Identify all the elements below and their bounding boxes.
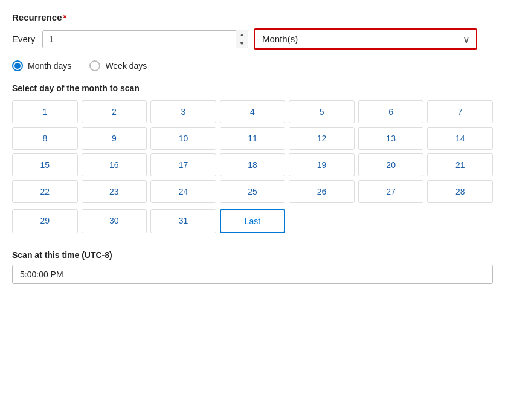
day-cell-24[interactable]: 24 — [150, 180, 216, 203]
scan-time-label: Scan at this time (UTC-8) — [12, 250, 493, 260]
day-cell-last[interactable]: Last — [220, 209, 286, 233]
day-cell-30[interactable]: 30 — [82, 209, 147, 233]
days-grid: 1234567891011121314151617181920212223242… — [12, 100, 493, 203]
period-select-wrapper: Month(s) Day(s) Week(s) Year(s) ∨ — [254, 28, 477, 50]
day-cell-27[interactable]: 27 — [358, 180, 424, 203]
every-label: Every — [12, 34, 36, 44]
day-cell-18[interactable]: 18 — [220, 153, 286, 176]
scan-time-section: Scan at this time (UTC-8) — [12, 250, 493, 284]
day-cell-17[interactable]: 17 — [150, 153, 216, 176]
day-cell-7[interactable]: 7 — [427, 100, 493, 123]
day-cell-31[interactable]: 31 — [150, 209, 216, 233]
day-cell-9[interactable]: 9 — [82, 127, 147, 150]
day-cell-20[interactable]: 20 — [358, 153, 424, 176]
day-cell-1[interactable]: 1 — [12, 100, 78, 123]
day-cell-19[interactable]: 19 — [289, 153, 355, 176]
scan-time-input[interactable] — [12, 265, 493, 284]
day-cell-23[interactable]: 23 — [82, 180, 147, 203]
day-cell-8[interactable]: 8 — [12, 127, 78, 150]
month-days-radio[interactable]: Month days — [12, 60, 71, 71]
week-days-label: Week days — [105, 61, 147, 71]
day-cell-5[interactable]: 5 — [289, 100, 355, 123]
recurrence-section: Recurrence* Every ▲ ▼ Month(s) Day(s) We… — [12, 12, 493, 284]
every-row: Every ▲ ▼ Month(s) Day(s) Week(s) Year(s… — [12, 28, 493, 50]
every-input[interactable] — [42, 30, 248, 48]
month-days-radio-circle — [12, 60, 23, 71]
day-cell-2[interactable]: 2 — [82, 100, 147, 123]
day-cell-11[interactable]: 11 — [220, 127, 286, 150]
day-cell-29[interactable]: 29 — [12, 209, 78, 233]
day-cell-25[interactable]: 25 — [220, 180, 286, 203]
spinner-up-button[interactable]: ▲ — [236, 30, 248, 40]
day-cell-21[interactable]: 21 — [427, 153, 493, 176]
day-cell-28[interactable]: 28 — [427, 180, 493, 203]
spinner-down-icon: ▼ — [239, 40, 245, 47]
last-row: 293031Last — [12, 209, 493, 233]
day-cell-6[interactable]: 6 — [358, 100, 424, 123]
recurrence-title: Recurrence* — [12, 12, 493, 22]
spinner-buttons: ▲ ▼ — [236, 30, 248, 48]
day-cell-10[interactable]: 10 — [150, 127, 216, 150]
month-days-label: Month days — [28, 61, 71, 71]
day-cell-14[interactable]: 14 — [427, 127, 493, 150]
day-cell-26[interactable]: 26 — [289, 180, 355, 203]
select-day-label: Select day of the month to scan — [12, 83, 493, 93]
week-days-radio-circle — [89, 60, 100, 71]
day-cell-4[interactable]: 4 — [220, 100, 286, 123]
period-select[interactable]: Month(s) Day(s) Week(s) Year(s) — [254, 28, 477, 50]
day-cell-12[interactable]: 12 — [289, 127, 355, 150]
day-cell-3[interactable]: 3 — [150, 100, 216, 123]
spinner-up-icon: ▲ — [239, 31, 245, 37]
day-cell-22[interactable]: 22 — [12, 180, 78, 203]
day-cell-15[interactable]: 15 — [12, 153, 78, 176]
day-cell-13[interactable]: 13 — [358, 127, 424, 150]
day-cell-16[interactable]: 16 — [82, 153, 147, 176]
spinner-down-button[interactable]: ▼ — [236, 39, 248, 48]
week-days-radio[interactable]: Week days — [89, 60, 147, 71]
every-input-wrapper: ▲ ▼ — [42, 30, 248, 48]
radio-row: Month days Week days — [12, 60, 493, 71]
